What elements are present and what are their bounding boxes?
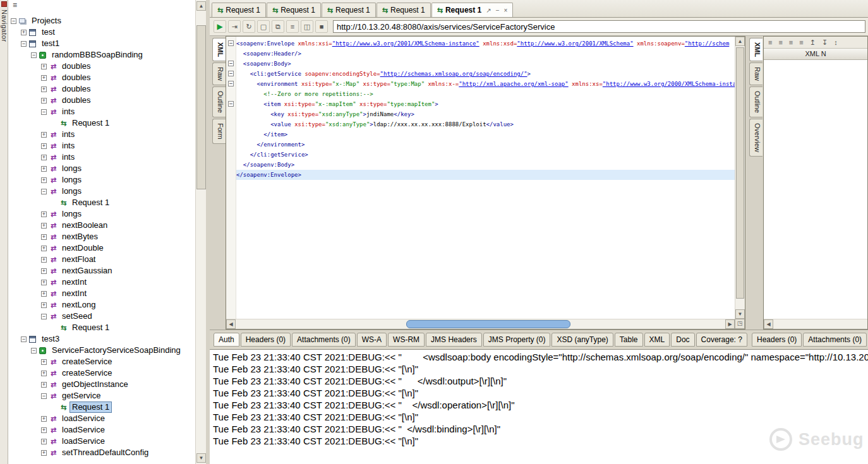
scroll-top-icon[interactable]: ↥ (810, 39, 816, 47)
view-tab-raw[interactable]: Raw (749, 62, 763, 85)
tree-item-toggle[interactable]: − (21, 336, 27, 342)
fold-toggle[interactable]: − (228, 61, 234, 66)
tree-item[interactable]: +⇄ints (8, 152, 195, 163)
scroll-right-button[interactable]: ▶ (725, 319, 735, 329)
tree-item[interactable]: +test (8, 27, 195, 38)
tab-minimize-button[interactable]: − (496, 7, 500, 14)
tree-item[interactable]: +⇄loadService (8, 413, 195, 424)
scrollbar-thumb[interactable] (196, 25, 206, 189)
view-tab-form[interactable]: Form (212, 119, 226, 144)
tree-item[interactable]: −⇆Request 1 (8, 402, 195, 413)
tree-item[interactable]: −⇄setSeed (8, 311, 195, 322)
tree-item[interactable]: +⇄ints (8, 129, 195, 140)
response-bottom-tabs[interactable]: Headers (0)Attachments (0)S (752, 333, 868, 347)
endpoint-url-input[interactable] (333, 20, 865, 33)
view-tab-outline[interactable]: Outline (749, 86, 763, 117)
tree-item-toggle[interactable]: + (41, 234, 47, 240)
align-right-icon[interactable]: ≡ (789, 39, 793, 46)
tree-item[interactable]: +⇄longs (8, 208, 195, 220)
scroll-up-button[interactable]: ▲ (735, 37, 745, 46)
panel-tab[interactable]: XML (644, 333, 670, 347)
tree-item[interactable]: +⇄nextInt (8, 288, 195, 299)
view-tab-raw[interactable]: Raw (212, 62, 226, 85)
tree-item[interactable]: −randomBBBSoapBinding (8, 49, 195, 61)
tree-item-toggle[interactable]: + (41, 382, 47, 388)
panel-tab[interactable]: XSD (anyType) (552, 333, 613, 347)
tree-item-toggle[interactable]: − (41, 109, 47, 115)
panel-tab[interactable]: Coverage: ? (696, 333, 747, 347)
submit-request-button[interactable]: ▶ (214, 20, 226, 33)
tree-item-toggle[interactable]: + (41, 211, 47, 217)
view-tab-xml[interactable]: XML (212, 38, 226, 61)
tree-item[interactable]: +⇄longs (8, 163, 195, 174)
scrollbar-thumb[interactable] (736, 47, 744, 299)
document-tab[interactable]: ⇆Request 1 (377, 3, 431, 17)
scroll-down-button[interactable]: ▼ (735, 309, 745, 319)
tree-item-toggle[interactable]: + (41, 450, 47, 456)
align-center-icon[interactable]: ≡ (778, 39, 782, 46)
tree-item[interactable]: −ServiceFactoryServiceSoapBinding (8, 345, 195, 356)
document-tab-bar[interactable]: ⇆Request 1⇆Request 1⇆Request 1⇆Request 1… (210, 0, 868, 18)
scrollbar-thumb[interactable] (406, 320, 570, 328)
tree-item[interactable]: +⇄nextLong (8, 299, 195, 311)
expand-collapse-icon[interactable]: ↕ (834, 39, 838, 46)
tree-item-toggle[interactable]: − (41, 393, 47, 399)
tree-item-toggle[interactable]: + (41, 246, 47, 251)
tree-item-toggle[interactable]: + (41, 75, 47, 81)
tree-item-toggle[interactable]: + (41, 416, 47, 422)
scroll-bottom-icon[interactable]: ↧ (822, 39, 828, 47)
tree-item[interactable]: +⇄nextFloat (8, 254, 195, 265)
create-empty-request-button[interactable]: ▢ (257, 20, 270, 33)
editor-vertical-scrollbar[interactable]: ▲ ▼ (735, 37, 745, 319)
editor-corner-button[interactable]: ◳ (735, 319, 745, 329)
tree-item[interactable]: +⇄setThreadDefaultConfig (8, 447, 195, 458)
fold-toggle[interactable]: − (228, 71, 234, 76)
response-side-tabs[interactable]: XMLRawOutlineOverview (749, 38, 763, 157)
tree-item[interactable]: +⇄doubles (8, 72, 195, 83)
tree-item-toggle[interactable]: + (41, 132, 47, 138)
navigator-scrollbar[interactable]: ▲ ▼ (195, 0, 206, 464)
tree-item-toggle[interactable]: + (41, 155, 47, 160)
panel-tab[interactable]: Headers (0) (241, 333, 291, 347)
panel-tab[interactable]: Attachments (0) (803, 333, 867, 347)
tree-item-toggle[interactable]: + (41, 86, 47, 92)
panel-tab[interactable]: Attachments (0) (292, 333, 356, 347)
tree-item[interactable]: −⇆Request 1 (8, 117, 195, 129)
tree-item-toggle[interactable]: + (21, 30, 27, 35)
panel-tab[interactable]: WS-A (357, 333, 387, 347)
cancel-request-button[interactable]: ■ (315, 20, 328, 33)
tree-item-toggle[interactable]: − (41, 314, 47, 319)
tree-item[interactable]: −test3 (8, 333, 195, 345)
tree-item-toggle[interactable]: + (41, 359, 47, 365)
tree-item-toggle[interactable]: + (41, 143, 47, 149)
tab-float-button[interactable]: ↗ (486, 7, 491, 14)
tree-item[interactable]: +⇄nextGaussian (8, 265, 195, 277)
tree-item[interactable]: +⇄doubles (8, 95, 195, 106)
scroll-left-button[interactable]: ◀ (764, 319, 773, 329)
project-tree[interactable]: −Projects+test−test1−randomBBBSoapBindin… (8, 15, 195, 458)
document-tab[interactable]: ⇆Request 1 (322, 3, 376, 17)
tree-item-toggle[interactable]: + (41, 98, 47, 104)
view-tab-overview[interactable]: Overview (749, 119, 763, 157)
align-justify-icon[interactable]: ≡ (799, 39, 803, 46)
editor-horizontal-scrollbar[interactable]: ◀ ▶ (226, 319, 735, 329)
tree-item[interactable]: −⇄getService (8, 390, 195, 402)
tree-item[interactable]: +⇄getObjectInstance (8, 379, 195, 390)
add-to-testcase-button[interactable]: ⇥ (228, 20, 241, 33)
editor-fold-gutter[interactable]: −−−−− (226, 37, 236, 319)
tree-item[interactable]: +⇄createService (8, 367, 195, 379)
tree-item-toggle[interactable]: − (11, 18, 16, 24)
panel-tab[interactable]: JMS Property (0) (483, 333, 551, 347)
document-tab[interactable]: ⇆Request 1↗−× (431, 3, 514, 17)
panel-tab[interactable]: Table (615, 333, 643, 347)
panel-tab[interactable]: Auth (214, 333, 239, 347)
tree-item[interactable]: −Projects (8, 15, 195, 27)
document-tab[interactable]: ⇆Request 1 (267, 3, 321, 17)
tree-item-toggle[interactable]: + (41, 291, 47, 297)
editor-text[interactable]: <soapenv:Envelope xmlns:xsi="http://www.… (236, 37, 735, 319)
tree-item-toggle[interactable]: + (41, 257, 47, 263)
wss-options-button[interactable]: ≡ (286, 20, 299, 33)
tree-item-toggle[interactable]: + (41, 302, 47, 308)
tree-item-toggle[interactable]: − (31, 348, 37, 354)
tree-item[interactable]: +⇄longs (8, 174, 195, 186)
